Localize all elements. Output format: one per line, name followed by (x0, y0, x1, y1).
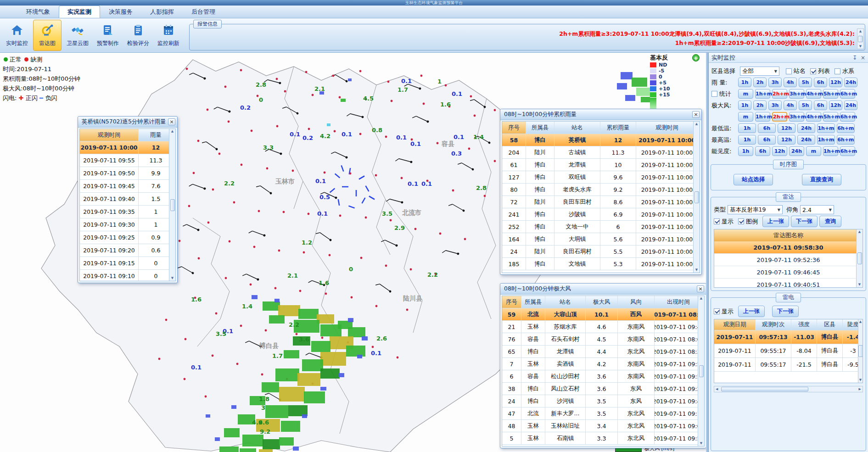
table-row[interactable]: 2019-07-11 09:5511.3 (80, 154, 169, 167)
scroll-thumb[interactable] (721, 387, 808, 391)
period-button-12h[interactable]: 12h (829, 78, 842, 87)
toolbar-button-雷达图[interactable]: 雷达图 (33, 20, 62, 51)
scroll-down-icon[interactable]: ▼ (859, 44, 862, 49)
period-button-6h+m[interactable]: 6h+m (840, 89, 855, 99)
table-row[interactable]: 7玉林卖酒镇4.2东南风2019-07-11 09:59 (502, 358, 698, 370)
period-button-1h+m[interactable]: 1h+m (817, 123, 835, 133)
period-button-6h+m[interactable]: 6h+m (837, 123, 855, 133)
table-row[interactable]: 38博白凤山立石村3.6东风2019-07-11 09:26 (502, 383, 698, 395)
period-button-4h+m[interactable]: 4h+m (806, 89, 821, 99)
lightning-scrollbar[interactable]: ▲▼ (858, 319, 862, 383)
table-row[interactable]: 47北流新丰大罗...3.5东北风2019-07-11 09:12 (502, 407, 698, 420)
toolbar-button-实时监控[interactable]: 实时监控 (3, 20, 31, 51)
table-header-cell[interactable]: 极大风 (586, 296, 618, 308)
table-row[interactable]: 2019-07-11 09:457.6 (80, 180, 169, 193)
period-button-m[interactable]: m (806, 146, 821, 156)
period-button-2h+m[interactable]: 2h+m (772, 112, 787, 122)
period-button-1h[interactable]: 1h (738, 100, 751, 110)
toolbar-button-检验评分[interactable]: 检验评分 (124, 20, 152, 51)
period-button-1h+m[interactable]: 1h+m (755, 89, 770, 99)
table-row[interactable]: 6容县松山沙田村3.6东南风2019-07-11 09:59 (502, 370, 698, 383)
table-row[interactable]: 185博白文地镇5.32019-07-11 10:00 (502, 258, 693, 270)
period-button-6h[interactable]: 6h (755, 146, 770, 156)
period-button-4h[interactable]: 4h (784, 78, 797, 87)
tab-环境气象[interactable]: 环境气象 (17, 6, 59, 18)
period-button-12h[interactable]: 12h (778, 123, 795, 133)
radar-image-item[interactable]: 2019-07-11 09:52:36 (714, 254, 862, 266)
period-button-24h[interactable]: 24h (844, 78, 857, 87)
stat-checkbox[interactable] (711, 91, 717, 97)
scroll-thumb[interactable] (858, 36, 863, 42)
radar-list-scrollbar[interactable]: ▲▼ (856, 229, 862, 287)
table-header-cell[interactable]: 区县 (817, 319, 843, 330)
table-header-cell[interactable]: 出现时间 (655, 296, 703, 308)
table-row[interactable]: 2019-07-11 09:100 (80, 270, 169, 281)
period-button-5h[interactable]: 5h (799, 78, 812, 87)
table-row[interactable]: 2019-07-1109:57:13-11.03博白县-1.4 (714, 330, 858, 344)
table-row[interactable]: 2019-07-11 09:200.6 (80, 244, 169, 257)
table-row[interactable]: 2019-07-11 09:250.9 (80, 231, 169, 244)
period-button-12h[interactable]: 12h (778, 135, 795, 145)
table-row[interactable]: 204陆川古城镇11.32019-07-11 10:00 (502, 146, 693, 159)
tab-后台管理[interactable]: 后台管理 (183, 6, 224, 18)
radar-elevation-select[interactable]: 2.4▼ (800, 205, 834, 214)
table-row[interactable]: 252博白文地一中62019-07-11 10:00 (502, 221, 693, 233)
table-row[interactable]: 2019-07-1109:55:17-21.5博白县-9.511 (714, 358, 858, 372)
popup-scrollbar[interactable]: ▲▼ (169, 129, 175, 281)
weather-map-canvas[interactable]: 2.82.11.704.50.110.11.60.20.24.23.30.10.… (0, 53, 706, 452)
table-row[interactable]: 2019-07-1109:55:17-8.04博白县-3 (714, 344, 858, 358)
period-button-1h+m[interactable]: 1h+m (817, 135, 835, 145)
table-header-cell[interactable]: 雨量 (139, 129, 174, 141)
table-row[interactable]: 80博白老虎头水库9.22019-07-11 10:00 (502, 184, 693, 196)
table-row[interactable]: 24博白沙河镇3.5东风2019-07-11 09:46 (502, 395, 698, 407)
close-icon[interactable]: × (168, 118, 175, 125)
lightning-show-checkbox[interactable] (714, 308, 720, 314)
toolbar-button-卫星云图[interactable]: 卫星云图 (63, 20, 92, 51)
period-button-6h+m[interactable]: 6h+m (837, 135, 855, 145)
period-button-1h+m[interactable]: 1h+m (755, 112, 770, 122)
period-button-6h[interactable]: 6h (758, 135, 776, 145)
lightning-hscrollbar[interactable]: ◀ ▶ (714, 386, 863, 392)
radar-show-checkbox[interactable] (714, 218, 720, 224)
table-header-cell[interactable]: 累积雨量 (600, 122, 636, 134)
station-select-button[interactable]: 站点选择 (734, 174, 773, 185)
direct-query-button[interactable]: 直接查询 (802, 174, 841, 185)
period-button-6h+m[interactable]: 6h+m (840, 146, 855, 156)
table-header-cell[interactable]: 序号 (502, 296, 521, 308)
table-row[interactable]: 59北流大容山顶10.1西风2019-07-11 08:47 (502, 308, 698, 321)
period-button-3h[interactable]: 3h (768, 78, 782, 87)
period-button-1h[interactable]: 1h (738, 146, 753, 156)
scroll-right-icon[interactable]: ▶ (857, 387, 862, 391)
period-button-1h[interactable]: 1h (738, 135, 756, 145)
tab-实况监测[interactable]: 实况监测 (59, 6, 100, 18)
table-row[interactable]: 2019-07-11 10:0012 (80, 141, 169, 154)
popup-scrollbar[interactable]: ▲▼ (693, 122, 700, 273)
period-button-6h+m[interactable]: 6h+m (840, 112, 855, 122)
period-button-3h[interactable]: 3h (768, 100, 782, 110)
radar-image-item[interactable]: 2019-07-11 09:40:51 (714, 279, 862, 288)
period-button-1h+m[interactable]: 1h+m (823, 146, 838, 156)
toolbar-button-预警制作[interactable]: 预警制作 (94, 20, 122, 51)
legend-expand-button[interactable]: + (692, 54, 700, 61)
radar-next-button[interactable]: 下一张 (791, 216, 818, 227)
scroll-left-icon[interactable]: ◀ (714, 387, 719, 391)
table-row[interactable]: 241博白沙陂镇6.92019-07-11 10:00 (502, 208, 693, 221)
period-button-12h[interactable]: 12h (829, 100, 842, 110)
radar-prev-button[interactable]: 上一张 (762, 216, 789, 227)
table-row[interactable]: 72陆川良田车田村8.62019-07-11 10:00 (502, 196, 693, 208)
table-header-cell[interactable]: 站名 (554, 122, 600, 134)
period-button-1h[interactable]: 1h (738, 78, 751, 87)
period-button-4h+m[interactable]: 4h+m (806, 112, 821, 122)
radar-query-button[interactable]: 查询 (819, 216, 841, 227)
period-button-1h[interactable]: 1h (738, 123, 756, 133)
table-row[interactable]: 127博白双旺镇9.62019-07-11 10:00 (502, 171, 693, 184)
period-button-24h[interactable]: 24h (844, 100, 857, 110)
period-button-m[interactable]: m (738, 89, 753, 99)
table-row[interactable]: 58博白英桥镇122019-07-11 10:00 (502, 134, 693, 146)
table-header-cell[interactable]: 站名 (545, 296, 586, 308)
tab-决策服务[interactable]: 决策服务 (100, 6, 141, 18)
scroll-up-icon[interactable]: ▲ (859, 29, 862, 33)
popup-scrollbar[interactable]: ▲▼ (698, 296, 704, 446)
period-button-2h+m[interactable]: 2h+m (772, 89, 787, 99)
pin-icon[interactable]: ↧ (852, 55, 857, 61)
